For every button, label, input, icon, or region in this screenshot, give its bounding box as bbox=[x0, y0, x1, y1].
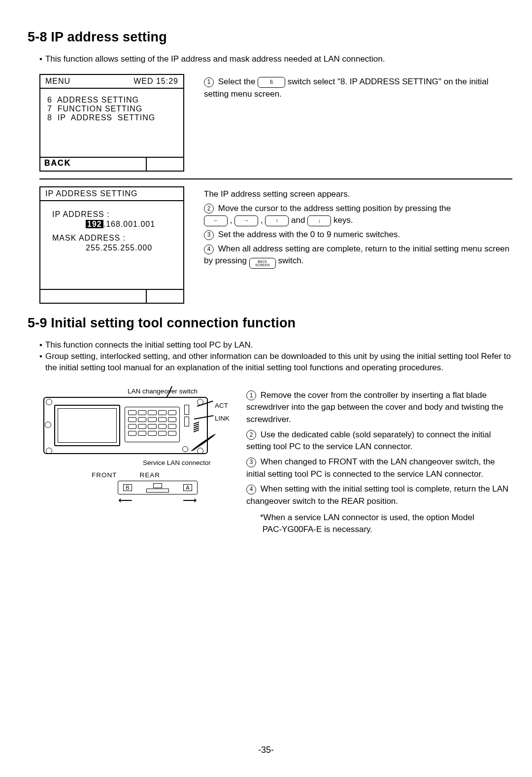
page-number: -35- bbox=[0, 745, 532, 755]
ip-octets-rest: .168.001.001 bbox=[103, 220, 155, 228]
front-label: FRONT bbox=[92, 471, 117, 479]
ip-octet-1: 192 bbox=[86, 220, 103, 228]
lan-changeover-switch-label: LAN changeover switch bbox=[99, 388, 227, 395]
ip-screen-intro: The IP address setting screen appears. bbox=[204, 188, 512, 201]
arrow-right-key-icon: → bbox=[234, 215, 258, 226]
conn-step-3: 3 When changed to FRONT with the LAN cha… bbox=[246, 456, 512, 480]
lan-switch-icon: B A bbox=[118, 481, 198, 494]
step-number-2-icon: 2 bbox=[204, 204, 214, 213]
port-icon bbox=[184, 417, 189, 426]
section-5-9-title: 5-9 Initial setting tool connection func… bbox=[28, 316, 512, 331]
step-number-4-icon: 4 bbox=[246, 485, 256, 494]
arrow-up-key-icon: ↑ bbox=[265, 215, 289, 226]
section-5-8-bullet: This function allows setting of the IP a… bbox=[39, 54, 512, 65]
arrow-left-icon: ⟵ bbox=[118, 497, 133, 502]
screw-icon bbox=[197, 448, 203, 454]
section-5-9-bullet-1: This function connects the initial setti… bbox=[39, 340, 512, 351]
clock-label: WED 15:29 bbox=[133, 77, 178, 86]
step-4: 4 When all address setting are complete,… bbox=[204, 243, 512, 270]
step-3: 3 Set the address with the 0 to 9 numeri… bbox=[204, 229, 512, 241]
service-lan-note: *When a service LAN connector is used, t… bbox=[260, 512, 512, 536]
section-5-9-bullet-2: Group setting, interlocked setting, and … bbox=[39, 351, 512, 374]
menu-label: MENU bbox=[45, 77, 70, 86]
conn-step-4: 4 When setting with the initial setting … bbox=[246, 483, 512, 507]
ip-screen-title: IP ADDRESS SETTING bbox=[45, 189, 138, 198]
section-5-8-title: 5-8 IP address setting bbox=[28, 30, 512, 45]
controller-display-icon bbox=[54, 405, 120, 446]
step-number-2-icon: 2 bbox=[246, 430, 256, 440]
menu-item-7: 7 FUNCTION SETTING bbox=[47, 105, 180, 113]
ip-setting-screen: IP ADDRESS SETTING IP ADDRESS : 192.168.… bbox=[39, 186, 184, 304]
service-lan-connector-label: Service LAN connector bbox=[143, 459, 227, 466]
step-2: 2 Move the cursor to the address setting… bbox=[204, 203, 512, 227]
link-label: LINK bbox=[215, 415, 230, 422]
screw-icon bbox=[45, 422, 51, 428]
conn-step-1: 1 Remove the cover from the controller b… bbox=[246, 389, 512, 426]
step-1: 1 Select the 6 switch select "8. IP ADDR… bbox=[204, 76, 512, 101]
mask-address-label: MASK ADDRESS : bbox=[52, 234, 178, 243]
menu-item-8: 8 IP ADDRESS SETTING bbox=[47, 113, 180, 122]
softkey-empty bbox=[40, 290, 147, 303]
service-lan-connector-icon bbox=[182, 446, 188, 452]
key-6-icon: 6 bbox=[258, 77, 285, 88]
divider bbox=[39, 178, 512, 179]
vent-icon bbox=[194, 422, 199, 436]
step-number-4-icon: 4 bbox=[204, 245, 214, 254]
screw-icon bbox=[46, 399, 52, 405]
ip-address-label: IP ADDRESS : bbox=[52, 210, 178, 219]
back-screen-key-icon: BACKSCREEN bbox=[249, 258, 276, 269]
port-icon bbox=[184, 405, 189, 415]
controller-diagram: LAN changeover switch bbox=[39, 388, 227, 502]
menu-item-6: 6 ADDRESS SETTING bbox=[47, 96, 180, 105]
menu-screen: MENU WED 15:29 6 ADDRESS SETTING 7 FUNCT… bbox=[39, 74, 184, 172]
act-label: ACT bbox=[215, 402, 228, 409]
controller-keypad-icon bbox=[125, 407, 180, 442]
rear-label: REAR bbox=[140, 471, 161, 479]
switch-b-label: B bbox=[123, 484, 132, 491]
step-number-3-icon: 3 bbox=[246, 458, 256, 467]
arrow-right-icon: ⟶ bbox=[183, 497, 197, 502]
conn-step-2: 2 Use the dedicated cable (sold separate… bbox=[246, 429, 512, 453]
arrow-down-key-icon: ↓ bbox=[307, 215, 331, 226]
arrow-left-key-icon: ← bbox=[204, 215, 228, 226]
step-number-1-icon: 1 bbox=[246, 390, 256, 400]
step-number-3-icon: 3 bbox=[204, 230, 214, 240]
step-number-1-icon: 1 bbox=[204, 77, 214, 87]
screw-icon bbox=[46, 448, 52, 454]
back-softkey: BACK bbox=[40, 158, 147, 171]
mask-address-value: 255.255.255.000 bbox=[72, 244, 178, 252]
switch-a-label: A bbox=[183, 484, 192, 491]
